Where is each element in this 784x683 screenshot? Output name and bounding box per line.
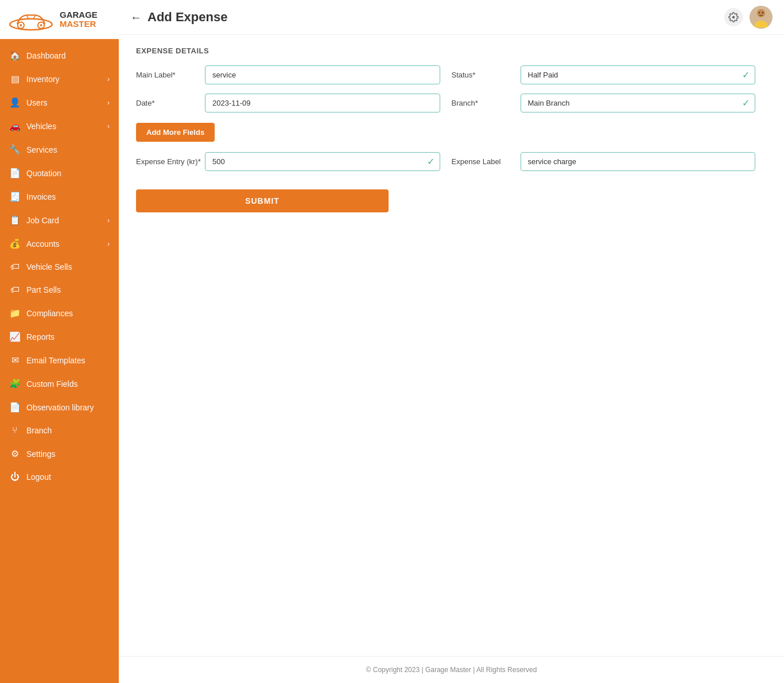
custom-fields-icon: 🧩 (9, 378, 21, 389)
date-label: Date* (136, 99, 205, 107)
avatar-image (750, 6, 773, 29)
logo-master: MASTER (60, 20, 98, 29)
date-input[interactable] (205, 94, 440, 112)
logout-icon: ⏻ (9, 472, 21, 482)
section-title: EXPENSE DETAILS (136, 46, 767, 55)
sidebar-item-services[interactable]: 🔧 Services (0, 138, 119, 161)
sidebar-item-label-settings: Settings (26, 449, 56, 459)
services-icon: 🔧 (9, 144, 21, 155)
vehicles-icon: 🚗 (9, 121, 21, 131)
main-label-row: Main Label* (136, 65, 452, 84)
sidebar-item-quotation[interactable]: 📄 Quotation (0, 161, 119, 185)
nav-menu: 🏠 Dashboard ▤ Inventory › 👤 Users › 🚗 Ve… (0, 39, 119, 488)
add-more-fields-button[interactable]: Add More Fields (136, 123, 215, 142)
main-label-label: Main Label* (136, 71, 205, 79)
sidebar-item-settings[interactable]: ⚙ Settings (0, 442, 119, 465)
sidebar-item-label-accounts: Accounts (26, 239, 60, 249)
chevron-right-icon: › (107, 216, 110, 224)
sidebar-item-label-email-templates: Email Templates (26, 356, 85, 365)
sidebar-item-label-logout: Logout (26, 472, 51, 482)
chevron-right-icon: › (107, 75, 110, 83)
topbar-left: ← Add Expense (130, 10, 227, 25)
sidebar-item-label-services: Services (26, 145, 57, 154)
topbar-right (724, 6, 773, 29)
branch-row: Branch* Main Branch Branch 2 ✓ (452, 94, 767, 112)
email-templates-icon: ✉ (9, 355, 21, 366)
user-avatar[interactable] (750, 6, 773, 29)
sidebar-item-label-dashboard: Dashboard (26, 51, 66, 60)
logo-text: GARAGE MASTER (60, 10, 98, 29)
part-sells-icon: 🏷 (9, 285, 21, 295)
chevron-right-icon: › (107, 99, 110, 107)
form-grid-top: Main Label* Status* Paid Half Paid Unpai… (136, 65, 767, 122)
sidebar-item-observation-library[interactable]: 📄 Observation library (0, 395, 119, 419)
status-select[interactable]: Paid Half Paid Unpaid (521, 65, 756, 84)
submit-button[interactable]: SUBMIT (136, 189, 389, 212)
sidebar-item-label-vehicle-sells: Vehicle Sells (26, 262, 72, 271)
sidebar-item-reports[interactable]: 📈 Reports (0, 325, 119, 348)
expense-label-row: Expense Label (452, 152, 767, 171)
sidebar-item-part-sells[interactable]: 🏷 Part Sells (0, 278, 119, 301)
form-area: EXPENSE DETAILS Main Label* Status* Paid… (119, 35, 784, 656)
expense-entry-label: Expense Entry (kr)* (136, 157, 205, 166)
sidebar-item-label-vehicles: Vehicles (26, 122, 56, 131)
sidebar-item-logout[interactable]: ⏻ Logout (0, 465, 119, 488)
sidebar-item-vehicle-sells[interactable]: 🏷 Vehicle Sells (0, 255, 119, 278)
sidebar-item-label-reports: Reports (26, 332, 55, 342)
sidebar-item-label-invoices: Invoices (26, 192, 56, 201)
expense-entry-select[interactable]: 500 (205, 152, 440, 171)
logo-car-icon (8, 7, 54, 32)
chevron-right-icon: › (107, 240, 110, 248)
branch-icon: ⑂ (9, 425, 21, 436)
sidebar-item-inventory[interactable]: ▤ Inventory › (0, 67, 119, 91)
gear-icon (728, 12, 739, 22)
branch-label: Branch* (452, 99, 521, 107)
sidebar-item-accounts[interactable]: 💰 Accounts › (0, 232, 119, 255)
sidebar-item-email-templates[interactable]: ✉ Email Templates (0, 348, 119, 372)
topbar: ← Add Expense (119, 0, 784, 35)
expense-row: Expense Entry (kr)* 500 ✓ Expense Label (136, 152, 767, 180)
dashboard-icon: 🏠 (9, 50, 21, 61)
sidebar-item-compliances[interactable]: 📁 Compliances (0, 301, 119, 325)
sidebar-item-label-observation-library: Observation library (26, 403, 94, 412)
svg-point-0 (10, 19, 52, 30)
submit-row: SUBMIT (136, 189, 767, 212)
sidebar-item-label-compliances: Compliances (26, 309, 73, 318)
job-card-icon: 📋 (9, 215, 21, 226)
invoices-icon: 🧾 (9, 191, 21, 202)
sidebar-item-label-part-sells: Part Sells (26, 285, 61, 294)
back-button[interactable]: ← (130, 11, 142, 24)
vehicle-sells-icon: 🏷 (9, 262, 21, 272)
chevron-right-icon: › (107, 122, 110, 130)
main-content: ← Add Expense (119, 0, 784, 683)
settings-icon: ⚙ (9, 448, 21, 459)
footer-text: © Copyright 2023 | Garage Master | All R… (366, 666, 537, 674)
branch-select-wrapper: Main Branch Branch 2 ✓ (521, 94, 756, 112)
expense-label-input[interactable] (521, 152, 756, 171)
status-select-wrapper: Paid Half Paid Unpaid ✓ (521, 65, 756, 84)
quotation-icon: 📄 (9, 168, 21, 178)
expense-entry-row: Expense Entry (kr)* 500 ✓ (136, 152, 452, 171)
users-icon: 👤 (9, 97, 21, 108)
sidebar-item-job-card[interactable]: 📋 Job Card › (0, 208, 119, 232)
branch-select[interactable]: Main Branch Branch 2 (521, 94, 756, 112)
svg-point-8 (759, 12, 760, 13)
reports-icon: 📈 (9, 331, 21, 342)
sidebar-item-vehicles[interactable]: 🚗 Vehicles › (0, 114, 119, 138)
sidebar-item-dashboard[interactable]: 🏠 Dashboard (0, 44, 119, 67)
date-row: Date* (136, 94, 452, 112)
sidebar-item-label-users: Users (26, 98, 48, 107)
main-label-input[interactable] (205, 65, 440, 84)
sidebar-item-label-job-card: Job Card (26, 216, 59, 225)
observation-library-icon: 📄 (9, 402, 21, 413)
page-title: Add Expense (148, 10, 227, 25)
sidebar-item-label-quotation: Quotation (26, 169, 61, 178)
sidebar-item-branch[interactable]: ⑂ Branch (0, 419, 119, 442)
footer: © Copyright 2023 | Garage Master | All R… (119, 656, 784, 683)
sidebar-item-users[interactable]: 👤 Users › (0, 91, 119, 114)
status-row: Status* Paid Half Paid Unpaid ✓ (452, 65, 767, 84)
expense-label-label: Expense Label (452, 157, 521, 166)
sidebar-item-custom-fields[interactable]: 🧩 Custom Fields (0, 372, 119, 395)
sidebar-item-invoices[interactable]: 🧾 Invoices (0, 185, 119, 208)
settings-button[interactable] (724, 8, 743, 26)
